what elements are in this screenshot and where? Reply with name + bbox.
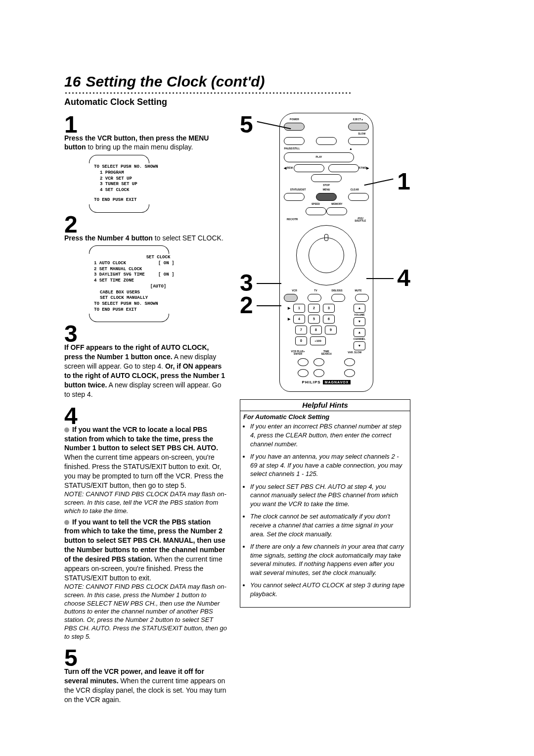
channel-label: CHANNEL (354, 338, 365, 340)
vcr-label: VCR (284, 289, 305, 292)
osd2-l7: TO SELECT PUSH NO. SHOWN (94, 301, 222, 307)
menu-button (316, 193, 337, 201)
osd2-l2: 2 SET MANUAL CLOCK (94, 267, 222, 273)
menu-label: MENU (312, 189, 340, 191)
hints-subtitle: For Automatic Clock Setting (243, 413, 407, 422)
osd2-title: SET CLOCK (94, 255, 222, 261)
play-triangle-icon: ▶ (288, 306, 290, 310)
num-0-button: 0 (295, 336, 307, 345)
channel-control: ▲ CHANNEL ▼ (352, 328, 367, 350)
osd1-l1: TO SELECT PUSH NO. SHOWN (94, 164, 222, 170)
unlabeled-button (316, 137, 337, 145)
rew-label: REW (286, 167, 294, 169)
dbl-button (331, 294, 345, 302)
hint-item: If there are only a few channels in your… (250, 542, 407, 577)
clear-button (348, 193, 369, 201)
play-triangle-icon: ▶ (288, 317, 290, 321)
round-button (313, 369, 324, 377)
vcrplus-button (298, 358, 309, 366)
callout-4: 4 (397, 266, 410, 290)
step-3-text: If OFF appears to the right of AUTO CLOC… (64, 343, 227, 399)
osd1-l3: 2 VCR SET UP (100, 176, 222, 182)
step-3-number: 3 (64, 322, 78, 346)
page-title: Setting the Clock (cont'd) (86, 74, 265, 89)
tv-label: TV (305, 289, 326, 292)
osd1-l2: 1 PROGRAM (100, 170, 222, 176)
number-pad: ▶123 ▶456 789 0+100 (288, 304, 347, 350)
pause-label: PAUSE/STILL (284, 147, 300, 150)
mute-label: MUTE (348, 289, 369, 292)
rew-button (294, 164, 324, 172)
step-2-number: 2 (64, 213, 78, 236)
volume-label: VOLUME (354, 314, 364, 316)
power-label: POWER (284, 118, 305, 121)
section-subtitle: Automatic Clock Setting (64, 97, 351, 108)
num-5-button: 5 (308, 315, 320, 324)
callout-1: 1 (397, 170, 410, 193)
slow-label: SLOW (355, 133, 369, 135)
callout-5: 5 (240, 113, 253, 137)
volume-up-button: ▲ (354, 304, 365, 313)
status-label: STATUS/EXIT (284, 189, 312, 191)
hints-title: Helpful Hints (240, 399, 410, 411)
osd2-l4b: [AUTO] (94, 284, 222, 290)
page-number: 16 (64, 74, 81, 89)
callout-2: 2 (240, 293, 253, 317)
step-4-number: 4 (64, 404, 78, 428)
num-3-button: 3 (323, 304, 335, 313)
jog-label: JOG/ SHUTTLE (352, 217, 369, 222)
osd2-l3: 3 DAYLIGHT SVG TIME (94, 272, 158, 278)
step-5-text: Turn off the VCR power, and leave it off… (64, 667, 227, 705)
step-2-text: Press the Number 4 button to select SET … (64, 234, 227, 243)
rec-label: REC/OTR (284, 218, 301, 221)
clear-label: CLEAR (341, 189, 369, 191)
osd2-l5: CABLE BOX USERS (94, 290, 222, 296)
num-9-button: 9 (325, 326, 337, 334)
jog-dial (296, 225, 356, 285)
bullet-icon (64, 520, 69, 525)
memory-label: MEMORY (326, 203, 348, 205)
step-4a-note: NOTE: CANNOT FIND PBS CLOCK DATA may fla… (64, 490, 227, 516)
callout-3: 3 (240, 271, 253, 295)
step-2-bold: Press the Number 4 button (64, 234, 153, 242)
dotted-rule (64, 92, 351, 94)
plus-100-button: +100 (310, 336, 326, 345)
hint-item: You cannot select AUTO CLOCK at step 3 d… (250, 581, 407, 598)
stop-label: STOP (312, 184, 340, 187)
power-button (284, 123, 305, 131)
num-2-button: 2 (308, 304, 320, 313)
remote-control: POWEREJECT▲ SLOW PAUSE/STILL▲ PLAY ◀REWF… (279, 113, 373, 392)
step-4-text: If you want the VCR to locate a local PB… (64, 425, 227, 641)
step-2-rest: to select SET CLOCK. (153, 234, 223, 242)
osd1-l4: 3 TUNER SET UP (100, 182, 222, 188)
osd1-l5: 4 SET CLOCK (100, 188, 222, 193)
hint-item: If you enter an incorrect PBS channel nu… (250, 422, 407, 448)
ffwd-label: F.FWD (359, 167, 366, 169)
var-down-button (344, 369, 355, 377)
osd2-l1: 1 AUTO CLOCK (94, 261, 158, 267)
osd-main-menu: TO SELECT PUSH NO. SHOWN 1 PROGRAM 2 VCR… (89, 155, 227, 212)
brand-label: PHILIPSMAGNAVOX (284, 380, 369, 384)
osd2-l3b: [ ON ] (158, 272, 174, 278)
osd2-l8: TO END PUSH EXIT (94, 307, 222, 313)
speed-button (306, 207, 326, 215)
step-1-rest: to bring up the main menu display. (86, 143, 193, 151)
bullet-icon (64, 427, 69, 432)
helpful-hints-box: Helpful Hints For Automatic Clock Settin… (240, 399, 410, 608)
hint-item: If you select SET PBS CH. AUTO at step 4… (250, 482, 407, 509)
num-4-button: 4 (293, 315, 305, 324)
osd2-l4: 4 SET TIME ZONE (94, 278, 222, 284)
play-button: PLAY (284, 152, 354, 162)
osd1-l6: TO END PUSH EXIT (94, 197, 222, 203)
tv-button (308, 294, 321, 302)
up-triangle-icon: ▲ (349, 147, 353, 150)
page-header: 16 Setting the Clock (cont'd) (64, 74, 351, 89)
volume-down-button: ▼ (354, 317, 365, 326)
step-4a-rest: When the current time appears on-screen,… (64, 453, 223, 489)
step-1-text: Press the VCR button, then press the MEN… (64, 134, 227, 152)
time-label: TIME SEARCH (312, 350, 340, 355)
hint-item: If you have an antenna, you may select c… (250, 452, 407, 478)
round-button (298, 369, 309, 377)
eject-label: EJECT▲ (348, 118, 369, 121)
instructions-column: 1 Press the VCR button, then press the M… (64, 113, 227, 705)
